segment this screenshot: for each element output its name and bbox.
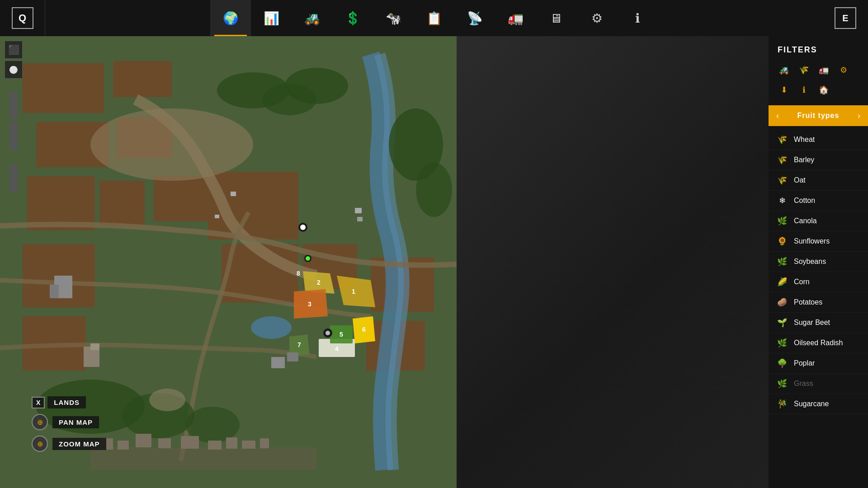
svg-rect-54 <box>158 438 171 448</box>
harvester-filter-icon[interactable]: 🌾 <box>796 62 812 78</box>
topbar: Q 🌍📊🚜💲🐄📋📡🚛🖥⚙ℹ E <box>0 0 868 36</box>
crop-name-poplar: Poplar <box>794 359 815 367</box>
svg-rect-2 <box>113 61 172 97</box>
crop-icon-corn: 🌽 <box>776 276 788 288</box>
document-icon[interactable]: 📋 <box>414 0 454 36</box>
info-circle-icon[interactable]: ℹ <box>617 0 658 36</box>
crop-item-oilseed-radish[interactable]: 🌿Oilseed Radish <box>769 333 868 353</box>
crop-item-sugar-beet[interactable]: 🌱Sugar Beet <box>769 313 868 333</box>
crop-name-potatoes: Potatoes <box>794 298 822 306</box>
svg-rect-61 <box>355 208 362 213</box>
svg-text:1: 1 <box>352 288 355 295</box>
crop-icon-oilseed-radish: 🌿 <box>776 337 788 349</box>
crop-name-wheat: Wheat <box>794 136 815 144</box>
silo-icon: ⬛ <box>5 41 23 59</box>
dollar-icon[interactable]: 💲 <box>332 0 373 36</box>
crop-icon-canola: 🌿 <box>776 215 788 227</box>
tractor-filter-icon[interactable]: 🚜 <box>776 62 792 78</box>
crop-icon-sunflowers: 🌻 <box>776 235 788 248</box>
crop-icon-sugar-beet: 🌱 <box>776 316 788 329</box>
svg-text:2: 2 <box>317 279 321 286</box>
chart-icon[interactable]: 📊 <box>251 0 292 36</box>
crop-name-grass: Grass <box>794 380 813 388</box>
modules-icon[interactable]: ⚙ <box>576 0 617 36</box>
svg-point-60 <box>149 389 185 411</box>
crop-icon-poplar: 🌳 <box>776 357 788 370</box>
svg-rect-53 <box>136 434 151 447</box>
svg-rect-63 <box>231 192 236 196</box>
pan-map-control[interactable]: ⊕ PAN MAP <box>32 414 106 430</box>
lands-control[interactable]: X LANDS <box>32 396 106 408</box>
tank-icon: ⚪ <box>5 61 23 79</box>
crop-icon-sugarcane: 🎋 <box>776 398 788 410</box>
crop-item-sugarcane[interactable]: 🎋Sugarcane <box>769 394 868 414</box>
crop-icon-wheat: 🌾 <box>776 133 788 146</box>
svg-text:6: 6 <box>362 326 366 333</box>
svg-text:8: 8 <box>297 270 300 277</box>
zoom-map-control[interactable]: ⊕ ZOOM MAP <box>32 436 106 452</box>
crop-icon-cotton: ❄ <box>776 194 788 207</box>
svg-point-20 <box>416 163 452 217</box>
cow-icon[interactable]: 🐄 <box>373 0 414 36</box>
crop-icon-barley: 🌾 <box>776 154 788 166</box>
crop-item-corn[interactable]: 🌽Corn <box>769 272 868 292</box>
crop-icon-potatoes: 🥔 <box>776 296 788 309</box>
crop-item-poplar[interactable]: 🌳Poplar <box>769 353 868 374</box>
svg-rect-1 <box>23 63 104 113</box>
svg-point-47 <box>306 256 310 261</box>
lands-label: LANDS <box>47 396 86 408</box>
q-button[interactable]: Q <box>12 7 33 29</box>
crop-item-soybeans[interactable]: 🌿Soybeans <box>769 252 868 272</box>
bar-ctrl-3 <box>9 164 18 192</box>
crop-item-oat[interactable]: 🌾Oat <box>769 170 868 191</box>
svg-rect-59 <box>260 438 269 448</box>
svg-text:7: 7 <box>297 341 301 348</box>
crop-name-canola: Canola <box>794 217 817 225</box>
fruit-nav-prev[interactable]: ‹ <box>769 105 787 126</box>
crop-item-cotton[interactable]: ❄Cotton <box>769 191 868 211</box>
svg-point-49 <box>326 331 330 335</box>
crop-item-barley[interactable]: 🌾Barley <box>769 150 868 170</box>
filter-icons-row: 🚜🌾🚛⚙⬇ℹ🏠 <box>769 62 868 105</box>
globe-icon[interactable]: 🌍 <box>210 0 251 36</box>
truck-filter-icon[interactable]: 🚛 <box>816 62 832 78</box>
crop-item-sunflowers[interactable]: 🌻Sunflowers <box>769 231 868 252</box>
fruit-type-nav: ‹ Fruit types › <box>769 105 868 126</box>
svg-point-43 <box>251 316 292 339</box>
crop-item-potatoes[interactable]: 🥔Potatoes <box>769 292 868 313</box>
fruit-nav-label: Fruit types <box>787 105 850 126</box>
zoom-map-icon: ⊕ <box>32 436 48 452</box>
topbar-right: E <box>823 0 868 36</box>
fruit-nav-next[interactable]: › <box>850 105 868 126</box>
left-controls: ⬛ ⚪ <box>0 36 27 192</box>
crop-item-grass[interactable]: 🌿Grass <box>769 374 868 394</box>
crop-icon-grass: 🌿 <box>776 377 788 390</box>
svg-rect-42 <box>50 285 59 298</box>
svg-text:5: 5 <box>340 331 343 338</box>
bar-ctrl-1 <box>9 92 18 119</box>
crop-item-canola[interactable]: 🌿Canola <box>769 211 868 231</box>
svg-rect-50 <box>90 447 316 470</box>
crop-name-sugar-beet: Sugar Beet <box>794 319 830 327</box>
e-button[interactable]: E <box>835 7 856 29</box>
crop-name-cotton: Cotton <box>794 197 815 205</box>
crop-icon-soybeans: 🌿 <box>776 255 788 268</box>
zoom-map-label: ZOOM MAP <box>52 438 106 450</box>
x-close-button[interactable]: X <box>32 397 45 408</box>
svg-rect-6 <box>99 181 145 226</box>
download-filter-icon[interactable]: ⬇ <box>776 82 792 98</box>
crop-item-wheat[interactable]: 🌾Wheat <box>769 130 868 150</box>
svg-text:4: 4 <box>335 345 339 352</box>
tractor-icon[interactable]: 🚜 <box>292 0 332 36</box>
crop-icon-oat: 🌾 <box>776 174 788 187</box>
info-filter-icon[interactable]: ℹ <box>796 82 812 98</box>
svg-point-18 <box>285 68 348 104</box>
monitor-icon[interactable]: 🖥 <box>536 0 576 36</box>
gear-filter-icon[interactable]: ⚙ <box>835 62 852 78</box>
crop-name-sunflowers: Sunflowers <box>794 237 830 245</box>
house-filter-icon[interactable]: 🏠 <box>816 82 832 98</box>
vehicle-icon[interactable]: 🚛 <box>495 0 536 36</box>
topbar-left: Q <box>0 0 45 36</box>
svg-rect-7 <box>154 176 212 221</box>
satellite-icon[interactable]: 📡 <box>454 0 495 36</box>
